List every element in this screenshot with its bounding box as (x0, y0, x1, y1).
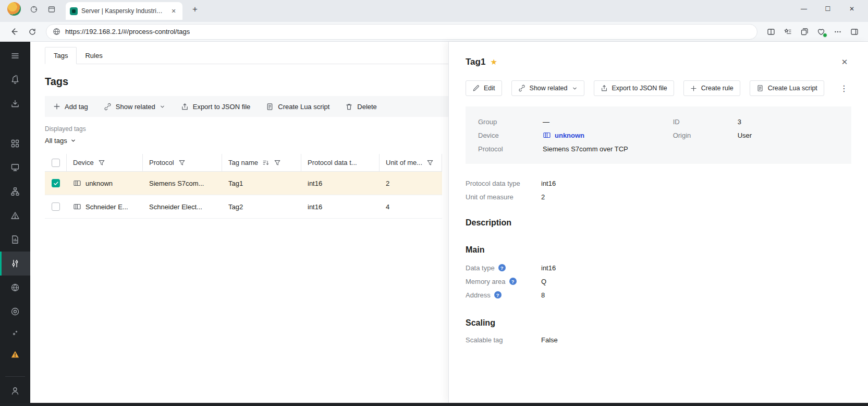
process-control-sliders-icon[interactable] (0, 252, 30, 276)
protocol-data-type-label: Protocol data type (466, 180, 541, 187)
favorite-star-icon[interactable]: ★ (490, 57, 497, 67)
cell-device: unknown (67, 179, 143, 187)
filter-icon[interactable] (274, 159, 281, 166)
col-protocol-data-type[interactable]: Protocol data t... (301, 154, 380, 171)
tags-filter-dropdown[interactable]: All tags (45, 137, 76, 145)
copilot-sidebar-icon[interactable] (846, 24, 863, 40)
sidebar-flex-spacer (0, 366, 30, 374)
origin-value: User (738, 132, 752, 139)
table-row[interactable]: unknown Siemens S7com... Tag1 int16 2 (45, 172, 442, 195)
maximize-button[interactable]: ☐ (816, 0, 840, 18)
app-sidebar (0, 42, 30, 403)
main-section: Data type ? int16 Memory area ? Q Addres… (466, 261, 851, 302)
panel-title: Tag1 (466, 57, 485, 67)
tab-actions-icon[interactable] (44, 2, 59, 17)
chevron-down-icon (160, 104, 165, 110)
site-info-icon[interactable] (53, 28, 60, 35)
scaling-section: Scalable tag False (466, 333, 851, 347)
device-icon (73, 202, 81, 211)
address-value: 8 (541, 291, 545, 299)
data-type-label: Data type (466, 264, 495, 272)
help-icon[interactable]: ? (498, 264, 506, 271)
id-label: ID (673, 118, 738, 126)
chevron-down-icon (70, 138, 76, 144)
cell-tag-name: Tag2 (222, 203, 301, 211)
filter-icon[interactable] (426, 159, 434, 166)
col-protocol[interactable]: Protocol (143, 154, 222, 171)
menu-icon[interactable] (0, 44, 30, 68)
address-label: Address (466, 291, 491, 299)
device-icon (543, 131, 551, 139)
tab-close-icon[interactable]: ✕ (169, 6, 178, 16)
reports-file-icon[interactable] (0, 228, 30, 252)
col-tag-name[interactable]: Tag name (222, 154, 301, 171)
protocol-label: Protocol (478, 145, 543, 153)
settings-more-icon[interactable] (829, 24, 846, 40)
user-account-icon[interactable] (0, 379, 30, 403)
back-icon[interactable] (5, 24, 22, 40)
create-lua-script-button[interactable]: Create Lua script (266, 103, 329, 111)
create-rule-button[interactable]: Create rule (683, 80, 740, 96)
url-input[interactable]: https://192.168.2.1/#/process-control/ta… (46, 24, 757, 40)
col-unit-of-measure[interactable]: Unit of me... (380, 154, 442, 171)
sidebar-spacer (0, 116, 30, 132)
id-value: 3 (738, 118, 741, 126)
device-link[interactable]: unknown (543, 131, 584, 139)
dashboard-grid-icon[interactable] (0, 132, 30, 156)
web-globe-icon[interactable] (0, 276, 30, 300)
collections-icon[interactable] (796, 24, 813, 40)
edit-button[interactable]: Edit (466, 80, 502, 96)
new-tab-button[interactable]: + (188, 2, 202, 17)
memory-area-value: Q (541, 278, 546, 285)
dots-icon[interactable] (0, 324, 30, 342)
target-icon[interactable] (0, 300, 30, 324)
show-related-button[interactable]: Show related (511, 80, 584, 96)
overflow-menu-icon[interactable]: ⋮ (837, 81, 851, 95)
notifications-bell-icon[interactable] (0, 68, 30, 92)
help-icon[interactable]: ? (494, 291, 502, 298)
cell-data-type: int16 (301, 203, 380, 211)
workspaces-icon[interactable] (26, 2, 42, 17)
alert-warning-icon[interactable] (0, 342, 30, 366)
close-panel-icon[interactable]: ✕ (838, 55, 851, 69)
delete-button[interactable]: Delete (345, 103, 377, 111)
row-checkbox[interactable] (45, 202, 67, 211)
select-all-checkbox[interactable] (45, 154, 67, 171)
show-related-button[interactable]: Show related (104, 103, 165, 111)
tab-tags[interactable]: Tags (45, 47, 77, 64)
site-favicon (70, 7, 78, 15)
help-icon[interactable]: ? (509, 278, 517, 285)
tags-toolbar: Add tag Show related Export to JSON file… (45, 96, 448, 117)
favorites-icon[interactable] (779, 24, 796, 40)
protocol-data-type-value: int16 (541, 180, 556, 187)
cell-device: Schneider E... (67, 202, 143, 211)
displayed-tags-label: Displayed tags (45, 125, 448, 133)
assets-monitor-icon[interactable] (0, 156, 30, 180)
split-screen-icon[interactable] (763, 24, 779, 40)
browser-tab[interactable]: Server | Kaspersky Industrial Cybe ✕ (66, 2, 182, 20)
origin-label: Origin (673, 132, 738, 139)
tab-rules[interactable]: Rules (77, 47, 111, 64)
close-window-button[interactable]: ✕ (840, 0, 864, 18)
download-updates-icon[interactable] (0, 92, 30, 116)
refresh-icon[interactable] (24, 24, 41, 40)
export-json-button[interactable]: Export to JSON file (594, 80, 674, 96)
col-device[interactable]: Device (67, 154, 143, 171)
export-json-button[interactable]: Export to JSON file (181, 103, 251, 111)
table-row[interactable]: Schneider E... Schneider Elect... Tag2 i… (45, 195, 442, 219)
essentials-status-badge (823, 33, 827, 38)
row-checkbox[interactable] (45, 179, 67, 187)
profile-avatar[interactable] (7, 2, 21, 16)
browser-essentials-icon[interactable] (813, 24, 829, 40)
sort-ascending-icon[interactable] (262, 159, 270, 166)
device-icon (73, 179, 81, 187)
network-map-icon[interactable] (0, 180, 30, 204)
filter-icon[interactable] (98, 159, 105, 166)
add-tag-button[interactable]: Add tag (53, 103, 88, 111)
events-warning-icon[interactable] (0, 204, 30, 228)
filter-icon[interactable] (178, 159, 186, 166)
create-lua-script-button[interactable]: Create Lua script (750, 80, 824, 96)
minimize-button[interactable]: — (792, 0, 816, 18)
unit-of-measure-value: 2 (541, 193, 545, 201)
description-section-title: Description (466, 218, 851, 228)
